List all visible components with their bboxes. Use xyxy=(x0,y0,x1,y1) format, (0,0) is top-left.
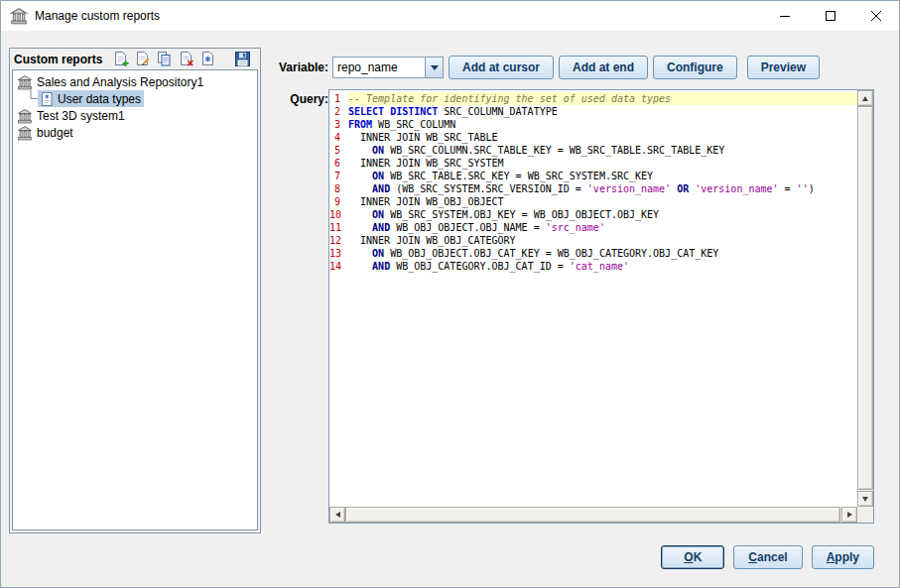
code-text: ON WB_OBJ_OBJECT.OBJ_CAT_KEY = WB_OBJ_CA… xyxy=(348,247,857,260)
app-icon xyxy=(10,7,28,25)
code-line[interactable]: 14 AND WB_OBJ_CATEGORY.OBJ_CAT_ID = 'cat… xyxy=(329,260,857,273)
code-line[interactable]: 7 ON WB_SRC_TABLE.SRC_KEY = WB_SRC_SYSTE… xyxy=(329,170,857,182)
scroll-left-button[interactable] xyxy=(329,507,345,523)
code-line[interactable]: 4 INNER JOIN WB_SRC_TABLE xyxy=(329,131,857,144)
report-icon xyxy=(39,91,55,107)
delete-report-icon[interactable] xyxy=(178,51,194,67)
manage-custom-reports-dialog: Manage custom reports Custom reports xyxy=(0,0,900,588)
close-button[interactable] xyxy=(853,1,899,31)
horizontal-scrollbar-thumb[interactable] xyxy=(345,507,840,523)
line-number: 7 xyxy=(329,170,348,182)
ok-button[interactable]: OK xyxy=(661,545,724,569)
scroll-down-button[interactable] xyxy=(857,491,873,507)
variable-label: Variable: xyxy=(279,60,328,74)
cancel-button[interactable]: Cancel xyxy=(733,545,802,569)
scroll-up-button[interactable] xyxy=(857,90,873,106)
tree-item-label: budget xyxy=(37,126,73,140)
footer-buttons: OK Cancel Apply xyxy=(661,545,874,569)
code-line[interactable]: 8 AND (WB_SRC_SYSTEM.SRC_VERSION_ID = 'v… xyxy=(329,182,857,195)
tree-selection-highlight: User data types xyxy=(38,90,144,107)
code-text: INNER JOIN WB_SRC_SYSTEM xyxy=(348,157,857,170)
code-line[interactable]: 6 INNER JOIN WB_SRC_SYSTEM xyxy=(329,157,857,170)
query-label: Query: xyxy=(279,92,328,106)
arrow-down-icon xyxy=(862,497,868,505)
tree-connector xyxy=(26,90,38,107)
arrow-right-icon xyxy=(847,512,855,518)
save-icon[interactable] xyxy=(234,51,251,67)
code-line[interactable]: 2SELECT DISTINCT SRC_COLUMN_DATATYPE xyxy=(329,105,857,118)
custom-reports-tree: Sales and Analysis Repository1 xyxy=(12,69,258,530)
preview-button[interactable]: Preview xyxy=(747,56,820,79)
scroll-right-button[interactable] xyxy=(841,507,857,523)
code-line[interactable]: 5 ON WB_SRC_COLUMN.SRC_TABLE_KEY = WB_SR… xyxy=(329,144,857,157)
chevron-down-icon xyxy=(431,65,439,74)
code-text: INNER JOIN WB_OBJ_OBJECT xyxy=(348,195,857,208)
line-number: 10 xyxy=(329,208,348,221)
custom-reports-panel: Custom reports xyxy=(9,48,261,533)
code-text: AND WB_OBJ_OBJECT.OBJ_NAME = 'src_name' xyxy=(348,221,857,234)
combo-dropdown-button[interactable] xyxy=(425,58,443,77)
code-text: -- Template for identifying the set of u… xyxy=(348,92,857,105)
code-line[interactable]: 10 ON WB_SRC_SYSTEM.OBJ_KEY = WB_OBJ_OBJ… xyxy=(329,208,857,221)
code-text: ON WB_SRC_TABLE.SRC_KEY = WB_SRC_SYSTEM.… xyxy=(348,170,857,182)
minimize-button[interactable] xyxy=(762,1,808,31)
custom-reports-label: Custom reports xyxy=(14,53,102,66)
variable-combobox[interactable]: repo_name xyxy=(332,57,444,78)
query-editor[interactable]: 1-- Template for identifying the set of … xyxy=(328,89,874,524)
code-text: INNER JOIN WB_OBJ_CATEGORY xyxy=(348,234,857,247)
code-line[interactable]: 3FROM WB_SRC_COLUMN xyxy=(329,118,857,131)
variable-row: Variable: repo_name Add at cursor Add at… xyxy=(279,55,820,79)
variable-value: repo_name xyxy=(333,60,425,74)
code-text: FROM WB_SRC_COLUMN xyxy=(348,118,857,131)
tree-item-sales-and-analysis-repository[interactable]: Sales and Analysis Repository1 xyxy=(13,73,257,90)
tree-item-label: User data types xyxy=(58,92,141,106)
vertical-scrollbar-thumb[interactable] xyxy=(857,106,873,490)
new-report-icon[interactable] xyxy=(112,51,129,67)
tree-item-label: Test 3D system1 xyxy=(37,109,125,123)
code-area[interactable]: 1-- Template for identifying the set of … xyxy=(329,90,857,507)
line-number: 2 xyxy=(329,105,348,118)
code-line[interactable]: 12 INNER JOIN WB_OBJ_CATEGORY xyxy=(329,234,857,247)
titlebar[interactable]: Manage custom reports xyxy=(1,1,899,31)
line-number: 6 xyxy=(329,157,348,170)
line-number: 1 xyxy=(329,92,348,105)
line-number: 11 xyxy=(329,221,348,234)
line-number: 12 xyxy=(329,234,348,247)
tree-item-label: Sales and Analysis Repository1 xyxy=(37,75,203,89)
arrow-left-icon xyxy=(332,512,340,518)
line-number: 4 xyxy=(329,131,348,144)
code-text: INNER JOIN WB_SRC_TABLE xyxy=(348,131,857,144)
line-number: 8 xyxy=(329,182,348,195)
apply-button[interactable]: Apply xyxy=(812,545,874,569)
code-text: AND WB_OBJ_CATEGORY.OBJ_CAT_ID = 'cat_na… xyxy=(348,260,857,273)
line-number: 14 xyxy=(329,260,348,273)
configure-button[interactable]: Configure xyxy=(653,56,737,79)
report-template-icon[interactable] xyxy=(199,51,216,67)
line-number: 9 xyxy=(329,195,348,208)
code-line[interactable]: 11 AND WB_OBJ_OBJECT.OBJ_NAME = 'src_nam… xyxy=(329,221,857,234)
repository-icon xyxy=(17,74,33,90)
tree-item-budget[interactable]: budget xyxy=(13,124,257,141)
window-title: Manage custom reports xyxy=(35,9,160,23)
code-line[interactable]: 1-- Template for identifying the set of … xyxy=(329,92,857,105)
code-line[interactable]: 9 INNER JOIN WB_OBJ_OBJECT xyxy=(329,195,857,208)
add-at-cursor-button[interactable]: Add at cursor xyxy=(449,56,554,79)
code-text: AND (WB_SRC_SYSTEM.SRC_VERSION_ID = 'ver… xyxy=(348,182,857,195)
line-number: 13 xyxy=(329,247,348,260)
copy-report-icon[interactable] xyxy=(156,51,173,67)
code-text: ON WB_SRC_COLUMN.SRC_TABLE_KEY = WB_SRC_… xyxy=(348,144,857,157)
code-line[interactable]: 13 ON WB_OBJ_OBJECT.OBJ_CAT_KEY = WB_OBJ… xyxy=(329,247,857,260)
arrow-up-icon xyxy=(862,93,868,101)
line-number: 3 xyxy=(329,118,348,131)
edit-report-icon[interactable] xyxy=(134,51,151,67)
maximize-button[interactable] xyxy=(808,1,853,31)
tree-item-user-data-types[interactable]: User data types xyxy=(13,90,257,107)
repository-icon xyxy=(17,125,33,141)
code-text: SELECT DISTINCT SRC_COLUMN_DATATYPE xyxy=(348,105,857,118)
vertical-scrollbar[interactable] xyxy=(857,90,873,507)
tree-item-test-3d-system[interactable]: Test 3D system1 xyxy=(13,107,257,124)
horizontal-scrollbar[interactable] xyxy=(329,507,857,523)
line-number: 5 xyxy=(329,144,348,157)
add-at-end-button[interactable]: Add at end xyxy=(559,56,648,79)
repository-icon xyxy=(17,108,33,124)
